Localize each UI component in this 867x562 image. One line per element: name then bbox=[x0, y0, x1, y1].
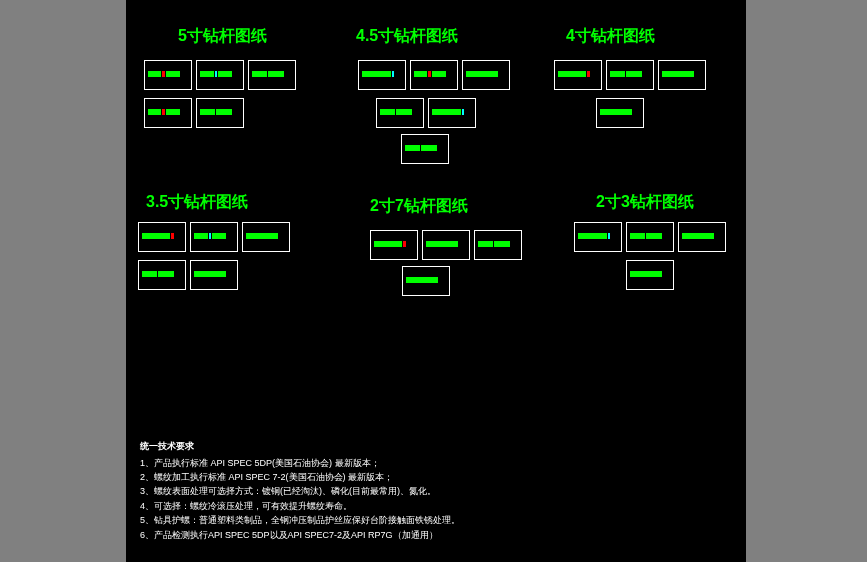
drawing-thumb[interactable] bbox=[376, 98, 424, 128]
drawing-thumb[interactable] bbox=[678, 222, 726, 252]
notes-line: 4、可选择：螺纹冷滚压处理，可有效提升螺纹寿命。 bbox=[140, 499, 460, 513]
cad-drawing-canvas[interactable]: 5寸钻杆图纸 4.5寸钻杆图纸 4寸钻杆图纸 3.5寸钻杆图纸 bbox=[126, 0, 746, 562]
drawing-thumb[interactable] bbox=[606, 60, 654, 90]
drawing-thumb[interactable] bbox=[190, 222, 238, 252]
notes-title: 统一技术要求 bbox=[140, 439, 460, 453]
notes-line: 5、钻具护螺：普通塑料类制品，全钢冲压制品护丝应保好台阶接触面铁锈处理。 bbox=[140, 513, 460, 527]
section-title-27: 2寸7钻杆图纸 bbox=[370, 196, 468, 217]
drawing-thumb[interactable] bbox=[138, 222, 186, 252]
section-title-5: 5寸钻杆图纸 bbox=[178, 26, 267, 47]
drawing-thumb[interactable] bbox=[474, 230, 522, 260]
drawing-thumb[interactable] bbox=[626, 222, 674, 252]
drawing-thumb[interactable] bbox=[144, 60, 192, 90]
section-title-45: 4.5寸钻杆图纸 bbox=[356, 26, 458, 47]
drawing-thumb[interactable] bbox=[248, 60, 296, 90]
drawing-thumb[interactable] bbox=[196, 60, 244, 90]
drawing-thumb[interactable] bbox=[626, 260, 674, 290]
drawing-thumb[interactable] bbox=[358, 60, 406, 90]
section-title-23: 2寸3钻杆图纸 bbox=[596, 192, 694, 213]
notes-line: 2、螺纹加工执行标准 API SPEC 7-2(美国石油协会) 最新版本； bbox=[140, 470, 460, 484]
notes-line: 3、螺纹表面处理可选择方式：镀铜(已经淘汰)、磷化(目前最常用)、氮化。 bbox=[140, 484, 460, 498]
drawing-thumb[interactable] bbox=[138, 260, 186, 290]
drawing-thumb[interactable] bbox=[402, 266, 450, 296]
drawing-thumb[interactable] bbox=[658, 60, 706, 90]
technical-notes: 统一技术要求 1、产品执行标准 API SPEC 5DP(美国石油协会) 最新版… bbox=[140, 439, 460, 542]
drawing-thumb[interactable] bbox=[196, 98, 244, 128]
drawing-thumb[interactable] bbox=[574, 222, 622, 252]
notes-line: 1、产品执行标准 API SPEC 5DP(美国石油协会) 最新版本； bbox=[140, 456, 460, 470]
drawing-thumb[interactable] bbox=[144, 98, 192, 128]
drawing-thumb[interactable] bbox=[242, 222, 290, 252]
drawing-thumb[interactable] bbox=[370, 230, 418, 260]
drawing-thumb[interactable] bbox=[554, 60, 602, 90]
drawing-thumb[interactable] bbox=[596, 98, 644, 128]
drawing-thumb[interactable] bbox=[401, 134, 449, 164]
drawing-thumb[interactable] bbox=[190, 260, 238, 290]
notes-line: 6、产品检测执行API SPEC 5DP以及API SPEC7-2及API RP… bbox=[140, 528, 460, 542]
drawing-thumb[interactable] bbox=[428, 98, 476, 128]
drawing-thumb[interactable] bbox=[422, 230, 470, 260]
drawing-thumb[interactable] bbox=[410, 60, 458, 90]
section-title-4: 4寸钻杆图纸 bbox=[566, 26, 655, 47]
drawing-thumb[interactable] bbox=[462, 60, 510, 90]
section-title-35: 3.5寸钻杆图纸 bbox=[146, 192, 248, 213]
